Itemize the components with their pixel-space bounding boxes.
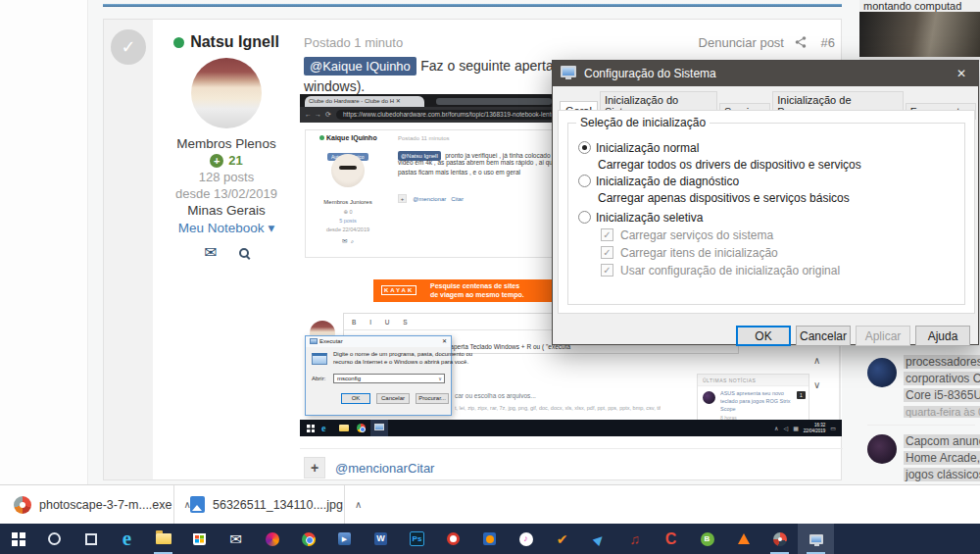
quote-action-link[interactable]: Citar xyxy=(408,461,434,476)
radio-diagnostic-desc: Carregar apenas dispositivos e serviços … xyxy=(598,191,850,205)
checkbox-load-startup-items: ✓ xyxy=(601,246,613,259)
radio-normal-startup[interactable] xyxy=(578,141,591,154)
taskbar-icon-photoscape[interactable] xyxy=(761,524,798,554)
dialog-titlebar[interactable]: Configuração do Sistema ✕ xyxy=(553,61,978,86)
shot-news1-thumb xyxy=(703,391,715,404)
sidebar-video-thumbnail[interactable] xyxy=(859,12,980,57)
taskbar-icon-chrome[interactable] xyxy=(290,524,326,554)
taskbar-icon-check-app[interactable]: ✔ xyxy=(544,524,580,554)
shot-run-title: Executar✕ xyxy=(306,336,451,347)
taskbar-icon-store[interactable] xyxy=(181,524,218,554)
shot-author-icons: ✉ ⌕ xyxy=(306,237,390,245)
dialog-app-icon xyxy=(561,66,576,77)
download-item-jpg[interactable]: 56326511_134110....jpg ∧ xyxy=(190,485,366,524)
taskbar-icon-movies-tv[interactable]: ▶ xyxy=(326,524,363,554)
taskbar-icon-edge[interactable]: e xyxy=(109,524,145,554)
taskbar-icon-vlc[interactable] xyxy=(725,524,761,554)
author-name[interactable]: Natsu Ignell xyxy=(190,33,279,51)
download-item-photoscape[interactable]: photoscape-3-7-m....exe ∧ xyxy=(14,485,195,524)
radio-selective-label[interactable]: Inicialização seletiva xyxy=(596,211,703,225)
help-button[interactable]: Ajuda xyxy=(915,326,970,346)
news2-line2: Home Arcade, que xyxy=(904,451,980,465)
shot-scroll-up-icon: ∧ xyxy=(813,355,820,366)
shot-news-header: ÚLTIMAS NOTÍCIAS xyxy=(698,375,808,386)
shot-tab-pill xyxy=(436,98,552,105)
share-icon[interactable] xyxy=(794,35,808,49)
post-text-line2: windows). xyxy=(304,78,365,94)
taskbar-icon-green-app[interactable]: B xyxy=(689,524,725,554)
author-device-link[interactable]: Meu Notebook ▾ xyxy=(153,220,300,235)
shot-reload-icon: ⟳ xyxy=(325,107,331,123)
message-icon[interactable]: ✉ xyxy=(204,243,217,262)
desktop: ✓ Natsu Ignell Membros Plenos + 21 128 p… xyxy=(0,0,980,554)
news2-thumbnail xyxy=(867,434,897,464)
find-posts-icon[interactable] xyxy=(239,248,249,258)
shot-active-window-button xyxy=(370,420,388,436)
startup-selection-group: Seleção de inicialização Inicialização n… xyxy=(567,123,965,305)
solution-strip: ✓ xyxy=(104,20,153,479)
radio-diagnostic-label[interactable]: Inicialização de diagnóstico xyxy=(596,175,739,188)
taskbar-icon-start[interactable] xyxy=(0,524,36,554)
dialog-tab-page: Seleção de inicialização Inicialização n… xyxy=(558,110,975,314)
apply-button: Aplicar xyxy=(856,326,910,346)
multiquote-button[interactable]: + xyxy=(304,457,325,478)
radio-normal-desc: Carregar todos os drivers de dispositivo… xyxy=(598,158,861,172)
shot-run-combobox: msconfig∨ xyxy=(333,374,445,383)
radio-normal-label[interactable]: Inicialização normal xyxy=(596,141,699,155)
taskbar-icon-mail[interactable]: ✉ xyxy=(218,524,254,554)
author-group: Membros Plenos xyxy=(153,136,300,151)
news1-line2: corporativos Core xyxy=(904,372,980,385)
taskbar-icon-rocket-app[interactable]: ▶ xyxy=(580,524,616,554)
shot-news1-line3: Scope xyxy=(720,406,736,412)
shot-news1-badge: 1 xyxy=(797,391,806,399)
taskbar-icon-word[interactable]: W xyxy=(363,524,399,554)
ok-button[interactable]: OK xyxy=(736,326,791,346)
shot-run-icon xyxy=(310,338,318,344)
taskbar-icon-red-swirl-app[interactable] xyxy=(435,524,471,554)
taskbar-icon-itunes[interactable]: ♪ xyxy=(508,524,544,554)
radio-selective-startup[interactable] xyxy=(578,211,591,224)
image-file-icon xyxy=(190,496,205,513)
shot-author-name: Kaique IQuinho xyxy=(319,134,377,141)
taskbar-icon-system-configuration[interactable] xyxy=(798,524,834,554)
taskbar-icon-cortana[interactable] xyxy=(36,524,73,554)
taskbar-icon-paint-app[interactable] xyxy=(254,524,290,554)
system-configuration-dialog: Configuração do Sistema ✕ Geral Iniciali… xyxy=(552,60,979,345)
shot-ad-line2: de viagem ao mesmo tempo. xyxy=(430,291,524,298)
shot-post-line2: video em 4k , as pastas abrem bem mais r… xyxy=(398,159,571,166)
news1-thumbnail xyxy=(867,358,897,387)
author-reputation[interactable]: + 21 xyxy=(153,153,300,168)
taskbar-icon-file-explorer[interactable] xyxy=(145,524,181,554)
mention-link[interactable]: @Kaique IQuinho xyxy=(304,57,416,76)
shot-post-timestamp: Postado 11 minutos xyxy=(398,135,450,141)
taskbar-icon-photoshop[interactable]: Ps xyxy=(399,524,435,554)
shot-news1-line1: ASUS apresenta seu novo xyxy=(720,390,784,396)
post-number-link[interactable]: #6 xyxy=(821,35,835,50)
shot-tab-1: Clube do Hardware - Clube do H ✕ xyxy=(305,96,424,107)
taskbar-icon-ccleaner[interactable]: C xyxy=(653,524,689,554)
post-footer-divider xyxy=(300,448,843,449)
download-caret-2[interactable]: ∧ xyxy=(351,495,366,514)
mention-action-link[interactable]: @mencionar xyxy=(335,461,408,476)
shelf-separator-2 xyxy=(344,485,345,524)
shot-run-dialog: Executar✕ Digite o nome de um programa, … xyxy=(305,335,452,416)
page-left-margin xyxy=(0,0,88,484)
taskbar-icon-media-player[interactable] xyxy=(471,524,508,554)
taskbar-icon-task-view[interactable] xyxy=(73,524,109,554)
download-filename-2: 56326511_134110....jpg xyxy=(213,498,343,512)
shot-author-avatar xyxy=(331,154,365,187)
mark-solution-button[interactable]: ✓ xyxy=(111,29,146,65)
dialog-close-button[interactable]: ✕ xyxy=(945,61,978,86)
taskbar-icon-music-app[interactable]: ♫ xyxy=(616,524,653,554)
news2-line3: jogos clássicos do xyxy=(904,468,980,481)
online-status-icon xyxy=(173,37,184,48)
cancel-button[interactable]: Cancelar xyxy=(796,326,851,346)
sidebar-video-caption[interactable]: montando computad xyxy=(859,0,980,12)
author-avatar[interactable] xyxy=(191,58,262,128)
taskbar: e✉▶WPs♪✔▶♫CB xyxy=(0,524,980,554)
report-post-link[interactable]: Denunciar post xyxy=(699,35,784,50)
radio-diagnostic-startup[interactable] xyxy=(578,175,591,187)
shot-edge-icon: e xyxy=(321,423,325,433)
shot-forward-icon: → xyxy=(315,107,321,123)
shot-run-window-icon xyxy=(312,353,327,365)
